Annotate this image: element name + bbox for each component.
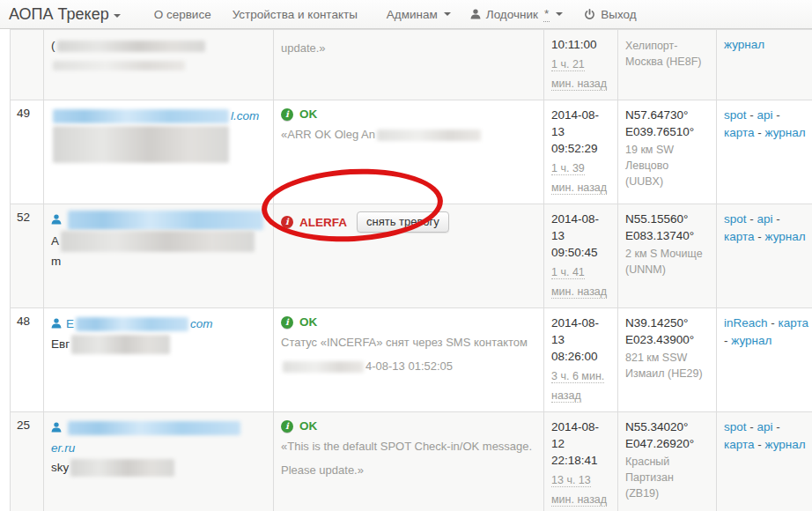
link-карта[interactable]: карта: [724, 126, 754, 139]
nav-item-admin-menu[interactable]: Админам: [387, 8, 451, 21]
place-label: 821 км SSW Измаил (HE29): [625, 350, 709, 381]
ok-info-icon: i: [281, 108, 293, 121]
status-label: OK: [299, 107, 317, 121]
user-link-fragment[interactable]: E: [66, 317, 74, 330]
status-label: OK: [299, 315, 317, 329]
chevron-down-icon: [556, 12, 563, 16]
links-cell: spot - api - карта - журнал: [717, 412, 812, 511]
status-label: OK: [299, 419, 317, 433]
status-cell: iOK«ARR OK Oleg An: [274, 100, 544, 204]
tracker-table-body: (update.»10:11:001 ч. 21 мин. назадХелип…: [11, 30, 812, 511]
user-suffix: *: [543, 7, 550, 22]
status-message: Статус «INCERFA» снят через SMS контакто…: [281, 330, 536, 378]
user-name: Лодочник: [486, 8, 538, 21]
text-fragment: «ARR OK Oleg An: [281, 128, 375, 141]
coordinates: N39.14250°E023.43900°: [625, 315, 709, 348]
longitude: E047.26920°: [625, 435, 709, 452]
link-карта[interactable]: карта: [779, 316, 808, 330]
link-журнал[interactable]: журнал: [764, 126, 805, 139]
user-icon: [51, 315, 62, 335]
user-link-fragment[interactable]: er.ru: [51, 441, 75, 455]
text-fragment: update.»: [281, 41, 326, 55]
link-inReach[interactable]: inReach: [724, 316, 768, 330]
status-line: iOK: [281, 107, 536, 121]
link-журнал[interactable]: журнал: [764, 230, 805, 243]
nav-item-devices-contacts[interactable]: Устройства и контакты: [233, 8, 358, 21]
link-api[interactable]: api: [757, 212, 773, 226]
row-id: 25: [11, 412, 44, 511]
clear-alert-button[interactable]: снять тревогу: [357, 211, 449, 233]
position-cell: Хелипорт-Москва (HE8F): [618, 30, 717, 100]
status-label: ALERFA: [299, 216, 347, 229]
brand-menu[interactable]: АОПА Трекер: [9, 5, 121, 24]
time-cell: 2014-08-13 08:26:003 ч. 6 мин. назад: [544, 308, 618, 412]
top-navbar: АОПА Трекер О сервисе Устройства и конта…: [0, 0, 812, 29]
position-cell: N55.34020°E047.26920°Красный Партизан (Z…: [618, 412, 717, 511]
redacted-blur: [57, 41, 205, 52]
time-ago: 1 ч. 39 мин. назад: [551, 162, 607, 195]
link-spot[interactable]: spot: [724, 420, 747, 433]
redacted-blur: [53, 126, 229, 163]
status-cell: iOKСтатус «INCERFA» снят через SMS конта…: [274, 308, 544, 412]
alert-info-icon: i: [281, 216, 293, 228]
place-label: Красный Партизан (ZB19): [625, 454, 709, 501]
text-fragment: sky: [51, 461, 69, 474]
link-api[interactable]: api: [757, 420, 773, 433]
nav-item-about[interactable]: О сервисе: [154, 8, 211, 21]
link-карта[interactable]: карта: [724, 230, 754, 243]
user-cell: EcomЕвг: [44, 308, 274, 412]
text-fragment: Евг: [51, 337, 70, 351]
table-row: 52AmiALERFAснять тревогу2014-08-13 09:50…: [11, 204, 812, 308]
link-spot[interactable]: spot: [724, 108, 747, 122]
user-cell: (: [44, 30, 274, 100]
chevron-down-icon: [114, 14, 121, 18]
row-id: 49: [11, 100, 44, 204]
coordinates: N57.64730°E039.76510°: [625, 107, 709, 140]
user-link-fragment[interactable]: l.com: [231, 109, 259, 122]
links-cell: журнал: [717, 30, 812, 100]
time-ago-wrap: 1 ч. 41 мин. назад: [551, 263, 610, 301]
text-fragment: m: [51, 255, 61, 268]
status-cell: iOK«This is the default SPOT Check-in/OK…: [274, 412, 544, 511]
redacted-blur: [76, 317, 188, 331]
latitude: N55.34020°: [625, 418, 709, 435]
redacted-blur: [377, 130, 481, 141]
table-row: (update.»10:11:001 ч. 21 мин. назадХелип…: [11, 30, 812, 100]
link-журнал[interactable]: журнал: [731, 334, 771, 347]
status-line: iOK: [281, 315, 536, 329]
user-link-fragment[interactable]: com: [190, 317, 213, 330]
link-api[interactable]: api: [757, 108, 773, 122]
latitude: N55.15560°: [625, 211, 709, 227]
links-cell: spot - api - карта - журнал: [717, 204, 812, 308]
user-cell: Am: [44, 204, 274, 308]
redacted-blur: [70, 459, 174, 477]
ok-info-icon: i: [281, 316, 293, 329]
links-cell: inReach - карта - журнал: [717, 308, 812, 412]
redacted-blur: [53, 61, 185, 70]
link-журнал[interactable]: журнал: [724, 38, 764, 51]
status-line: iALERFAснять тревогу: [281, 211, 536, 233]
text-fragment: A: [51, 234, 59, 248]
text-fragment: Статус «INCERFA» снят через SMS контакто…: [281, 336, 528, 349]
text-fragment: (: [51, 39, 55, 52]
link-spot[interactable]: spot: [724, 212, 747, 226]
brand-label: АОПА Трекер: [9, 5, 109, 23]
nav-item-user-menu[interactable]: Лодочник*: [470, 7, 563, 22]
longitude: E023.43900°: [625, 331, 709, 348]
latitude: N57.64730°: [625, 107, 709, 123]
nav-item-logout[interactable]: Выход: [584, 8, 636, 21]
status-cell: update.»: [274, 30, 544, 100]
time-cell: 2014-08-13 09:50:451 ч. 41 мин. назад: [544, 204, 618, 308]
user-icon: [51, 211, 62, 231]
time-ago: 1 ч. 21 мин. назад: [551, 58, 607, 91]
link-журнал[interactable]: журнал: [764, 438, 805, 451]
datetime: 2014-08-12 22:18:41: [551, 418, 610, 469]
place-label: Хелипорт-Москва (HE8F): [625, 38, 709, 70]
datetime: 10:11:00: [551, 36, 610, 53]
link-карта[interactable]: карта: [724, 438, 754, 451]
ok-info-icon: i: [281, 420, 293, 433]
position-cell: N39.14250°E023.43900°821 км SSW Измаил (…: [618, 308, 717, 412]
text-fragment: 4-08-13 01:52:05: [365, 359, 453, 373]
user-cell: er.rusky: [44, 412, 274, 511]
status-line: iOK: [281, 419, 536, 433]
